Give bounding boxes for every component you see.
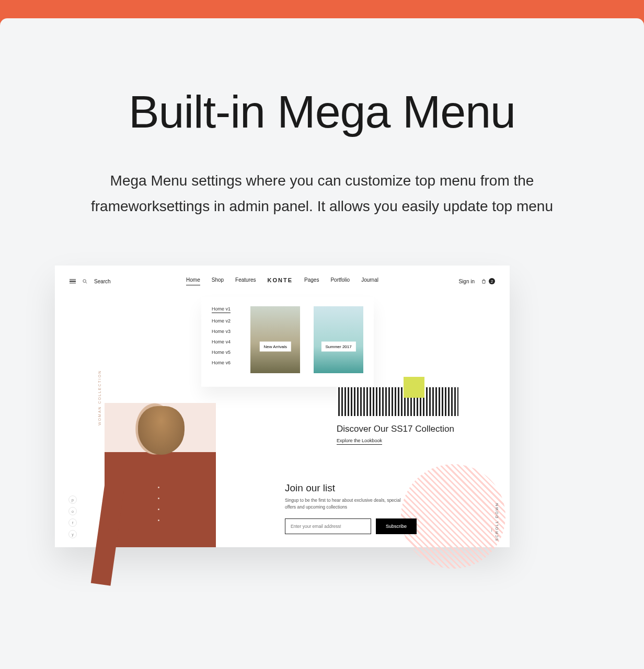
subscribe-button[interactable]: Subscribe	[376, 518, 417, 534]
nav-item-portfolio[interactable]: Portfolio	[330, 277, 350, 285]
nav-item-pages[interactable]: Pages	[304, 277, 319, 285]
preview-header: Search Home Shop Features KONTE Pages Po…	[55, 266, 510, 297]
feature-card: Built-in Mega Menu Mega Menu settings wh…	[0, 18, 644, 669]
site-preview: Search Home Shop Features KONTE Pages Po…	[55, 266, 510, 547]
social-column: p o f y	[68, 495, 77, 538]
social-pinterest-icon[interactable]: p	[68, 495, 77, 504]
newsletter-email-field[interactable]	[285, 518, 371, 534]
collection-title: Discover Our SS17 Collection	[337, 424, 454, 434]
mega-item[interactable]: Home v2	[212, 318, 237, 324]
logo[interactable]: KONTE	[268, 277, 293, 285]
hero-subtitle: Mega Menu settings where you can customi…	[82, 168, 562, 219]
hero-image-left	[105, 403, 216, 547]
mega-card-new-arrivals[interactable]: New Arrivals	[250, 306, 300, 373]
mega-card-label: Summer 2017	[321, 341, 355, 351]
hero-title: Built-in Mega Menu	[0, 85, 644, 139]
hero-image-right	[337, 387, 458, 416]
mega-item[interactable]: Home v5	[212, 350, 237, 355]
newsletter-subtitle: Singup to be the first to hear about exc…	[285, 497, 410, 511]
nav-item-shop[interactable]: Shop	[212, 277, 224, 285]
social-twitter-icon[interactable]: y	[68, 530, 77, 538]
nav-center: Home Shop Features KONTE Pages Portfolio…	[55, 277, 510, 285]
social-facebook-icon[interactable]: f	[68, 518, 77, 527]
mega-menu-dropdown: Home v1 Home v2 Home v3 Home v4 Home v5 …	[201, 297, 374, 387]
scroll-down-label: SCROLL DOWN	[495, 502, 499, 541]
newsletter-title: Join our list	[285, 482, 335, 494]
mega-item[interactable]: Home v6	[212, 360, 237, 365]
nav-item-journal[interactable]: Journal	[361, 277, 378, 285]
nav-item-home[interactable]: Home	[186, 277, 200, 285]
mega-card-summer[interactable]: Summer 2017	[314, 306, 363, 373]
side-label: WOMAN COLLECTION	[98, 370, 101, 425]
decorative-circle	[401, 464, 505, 569]
mega-item[interactable]: Home v3	[212, 329, 237, 334]
mega-item[interactable]: Home v1	[212, 306, 231, 313]
social-instagram-icon[interactable]: o	[68, 507, 77, 515]
mega-item[interactable]: Home v4	[212, 339, 237, 344]
mega-menu-list: Home v1 Home v2 Home v3 Home v4 Home v5 …	[212, 306, 237, 387]
nav-item-features[interactable]: Features	[235, 277, 256, 285]
scroll-down-icon[interactable]: ↓	[490, 527, 493, 533]
collection-link[interactable]: Explore the Lookbook	[337, 438, 382, 445]
mega-card-label: New Arrivals	[260, 341, 291, 351]
